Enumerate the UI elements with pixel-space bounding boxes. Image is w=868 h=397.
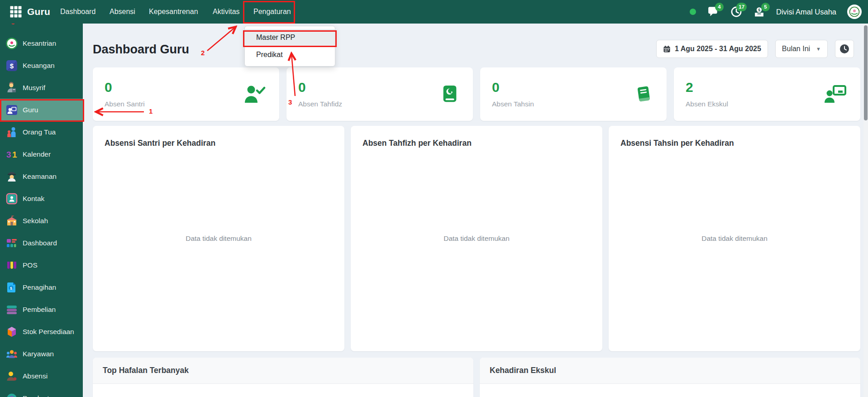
chart-empty-state: Data tidak ditemukan <box>609 126 860 351</box>
charts-row: Absensi Santri per Kehadiran Data tidak … <box>93 126 860 351</box>
sidebar-item-pos[interactable]: POS <box>0 254 83 276</box>
annotation-arrow-2 <box>207 27 236 51</box>
chart-card-absen-tahfizh: Absen Tahfizh per Kehadiran Data tidak d… <box>351 126 602 351</box>
stat-label: Absen Tahsin <box>492 100 534 108</box>
stat-card-absen-tahsin: 0 Absen Tahsin <box>480 67 667 121</box>
stok-icon <box>6 326 18 338</box>
pengaturan-dropdown: Master RPP Predikat <box>244 26 335 67</box>
orang-tua-icon <box>6 126 18 138</box>
sidebar-item-label: Orang Tua <box>23 128 56 136</box>
section-kehadiran-ekskul: Kehadiran Ekskul <box>480 358 860 397</box>
kalender-31-icon: 3 1 <box>6 148 18 160</box>
sidebar-item-label: Pembelian <box>23 306 56 314</box>
sidebar-item-label: Penagihan <box>23 283 56 292</box>
stat-label: Absen Tahfidz <box>298 100 342 108</box>
dropdown-item-master-rpp[interactable]: Master RPP <box>245 29 335 46</box>
pembelian-icon <box>6 304 18 316</box>
nav-item-pengaturan[interactable]: Pengaturan <box>253 0 291 24</box>
sidebar-item-pembelian[interactable]: Pembelian <box>0 298 83 320</box>
sidebar-item-label: Karyawan <box>23 350 54 358</box>
scrollbar-track[interactable] <box>863 24 868 397</box>
sidebar-item-stok-persediaan[interactable]: Stok Persediaan <box>0 320 83 343</box>
section-header: Kehadiran Ekskul <box>480 358 860 384</box>
absensi-icon <box>6 370 18 382</box>
kontak-icon <box>6 193 18 205</box>
keamanan-icon <box>6 171 18 182</box>
sidebar-item-kalender[interactable]: 3 1 Kalender <box>0 143 83 165</box>
user-check-icon <box>243 84 266 105</box>
sidebar-item-label: Stok Persediaan <box>23 328 74 336</box>
apps-grid-icon[interactable] <box>10 6 22 18</box>
user-name[interactable]: Divisi Amal Usaha <box>776 8 836 16</box>
sidebar-item-label: Keamanan <box>23 172 57 181</box>
book-icon <box>634 84 653 105</box>
perekrutan-icon <box>6 392 18 397</box>
nav-item-aktivitas[interactable]: Aktivitas <box>213 0 240 24</box>
annotation-step-2: 2 <box>201 49 205 57</box>
sidebar-item-kontak[interactable]: Kontak <box>0 187 83 210</box>
scrollbar-thumb[interactable] <box>864 25 868 120</box>
period-select[interactable]: Bulan Ini ▼ <box>775 40 828 58</box>
stat-value: 0 <box>492 81 534 94</box>
sidebar: Kesantrian $ Keuangan Musyrif Guru <box>0 24 83 397</box>
nav-item-kepesantrenan[interactable]: Kepesantrenan <box>149 0 198 24</box>
section-header: Top Hafalan Terbanyak <box>93 358 473 384</box>
sekolah-icon <box>6 215 18 227</box>
sidebar-item-sekolah[interactable]: Sekolah <box>0 210 83 232</box>
stats-row: 0 Absen Santri 0 Absen Tahfidz 0 Absen T… <box>93 67 860 121</box>
svg-text:$: $ <box>10 62 14 69</box>
stat-card-absen-ekskul: 2 Absen Ekskul <box>674 67 860 121</box>
history-toggle-button[interactable] <box>835 40 854 58</box>
clock-icon <box>839 44 849 54</box>
section-top-hafalan: Top Hafalan Terbanyak <box>93 358 473 397</box>
sidebar-item-label: Dashboard <box>23 239 57 247</box>
stat-card-absen-santri: 0 Absen Santri <box>93 67 279 121</box>
nav-item-absensi[interactable]: Absensi <box>110 0 135 24</box>
section-body <box>480 384 860 397</box>
sidebar-item-absensi[interactable]: Absensi <box>0 365 83 387</box>
sidebar-item-penagihan[interactable]: $ Penagihan <box>0 276 83 298</box>
sidebar-item-keuangan[interactable]: $ Keuangan <box>0 54 83 77</box>
date-range-button[interactable]: 1 Agu 2025 - 31 Agu 2025 <box>656 40 768 58</box>
sidebar-item-dashboard[interactable]: Dashboard <box>0 232 83 254</box>
sidebar-item-keamanan[interactable]: Keamanan <box>0 165 83 187</box>
donation-badge: 5 <box>761 3 770 11</box>
chat-icon[interactable]: 4 <box>707 6 719 18</box>
chart-empty-state: Data tidak ditemukan <box>93 126 344 351</box>
stat-label: Absen Santri <box>105 100 145 108</box>
donation-icon[interactable]: $ 5 <box>753 6 765 18</box>
sidebar-item-label: Sekolah <box>23 217 48 225</box>
history-icon[interactable]: 17 <box>730 6 742 18</box>
header-actions: 1 Agu 2025 - 31 Agu 2025 Bulan Ini ▼ <box>656 40 854 58</box>
chevron-down-icon: ▼ <box>816 46 821 52</box>
sidebar-item-label: Kesantrian <box>23 39 56 48</box>
sidebar-item-orang-tua[interactable]: Orang Tua <box>0 121 83 143</box>
section-title: Kehadiran Ekskul <box>490 366 556 375</box>
chart-card-absensi-tahsin: Absensi Tahsin per Kehadiran Data tidak … <box>609 126 860 351</box>
avatar[interactable] <box>847 5 862 19</box>
sidebar-item-label: Musyrif <box>23 84 45 92</box>
chart-empty-state: Data tidak ditemukan <box>351 126 602 351</box>
date-range-label: 1 Agu 2025 - 31 Agu 2025 <box>675 45 761 53</box>
nav-item-dashboard[interactable]: Dashboard <box>60 0 95 24</box>
stat-value: 0 <box>298 81 342 94</box>
stat-value: 2 <box>686 81 728 94</box>
sidebar-item-label: POS <box>23 261 38 269</box>
sidebar-item-guru[interactable]: Guru <box>0 99 83 121</box>
sidebar-item-label: Keuangan <box>23 62 55 70</box>
presenter-icon <box>824 84 847 105</box>
cctv-icon <box>6 24 18 27</box>
dropdown-item-predikat[interactable]: Predikat <box>245 46 335 63</box>
sidebar-item-musyrif[interactable]: Musyrif <box>0 77 83 99</box>
musyrif-icon <box>6 82 18 94</box>
section-body <box>93 384 473 397</box>
sidebar-item-cctv[interactable] <box>0 24 83 32</box>
chat-badge: 4 <box>715 3 724 11</box>
sidebar-item-kesantrian[interactable]: Kesantrian <box>0 32 83 54</box>
sidebar-item-perekrutan[interactable]: Perekrutan <box>0 387 83 397</box>
keuangan-icon: $ <box>6 60 18 72</box>
sidebar-item-label: Kontak <box>23 195 44 203</box>
sidebar-item-karyawan[interactable]: Karyawan <box>0 343 83 365</box>
dashboard-icon <box>6 237 18 249</box>
sidebar-item-label: Kalender <box>23 150 51 158</box>
